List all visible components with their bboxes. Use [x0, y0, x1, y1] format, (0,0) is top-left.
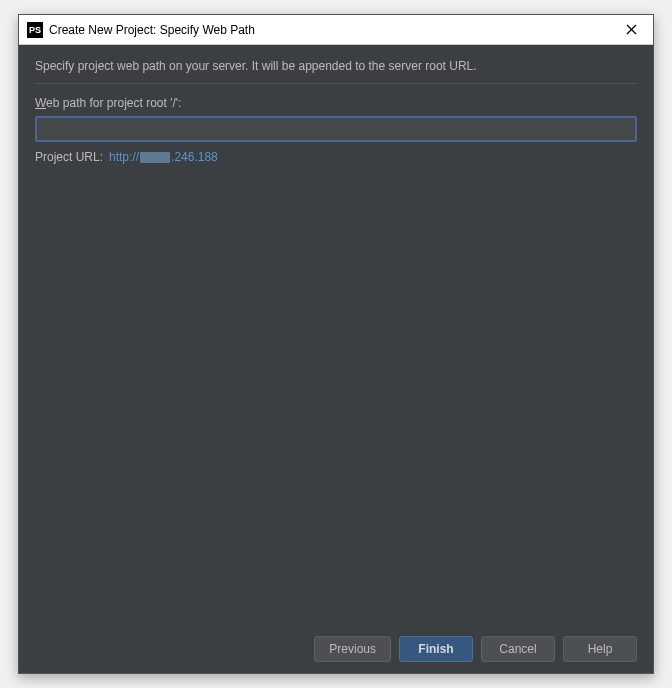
project-url-row: Project URL: http://.246.188	[35, 150, 637, 164]
close-icon	[626, 24, 637, 35]
content-spacer	[35, 164, 637, 625]
titlebar: PS Create New Project: Specify Web Path	[19, 15, 653, 45]
project-url-label: Project URL:	[35, 150, 103, 164]
finish-button[interactable]: Finish	[399, 636, 473, 662]
mnemonic-char: W	[35, 96, 46, 110]
dialog-content: Specify project web path on your server.…	[19, 45, 653, 625]
project-url-link[interactable]: http://.246.188	[109, 150, 218, 164]
label-rest: eb path for project root '/':	[46, 96, 181, 110]
cancel-button[interactable]: Cancel	[481, 636, 555, 662]
url-prefix: http://	[109, 150, 139, 164]
web-path-label: Web path for project root '/':	[35, 96, 637, 110]
app-icon: PS	[27, 22, 43, 38]
previous-button[interactable]: Previous	[314, 636, 391, 662]
close-button[interactable]	[617, 16, 645, 44]
url-suffix: .246.188	[171, 150, 218, 164]
help-button[interactable]: Help	[563, 636, 637, 662]
description-text: Specify project web path on your server.…	[35, 59, 637, 84]
url-obscured-segment	[140, 152, 170, 163]
window-title: Create New Project: Specify Web Path	[49, 23, 617, 37]
web-path-input[interactable]	[35, 116, 637, 142]
button-bar: Previous Finish Cancel Help	[19, 625, 653, 673]
dialog-window: PS Create New Project: Specify Web Path …	[18, 14, 654, 674]
